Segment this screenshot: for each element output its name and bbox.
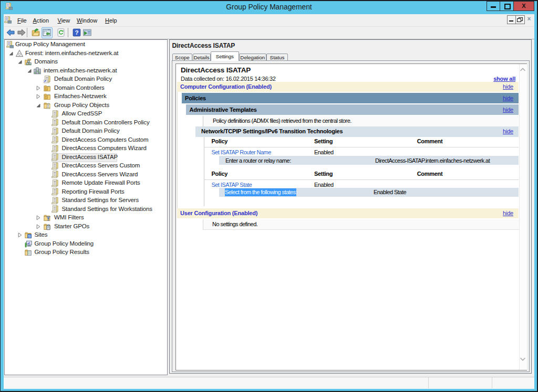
svg-text:?: ? [75, 29, 78, 36]
